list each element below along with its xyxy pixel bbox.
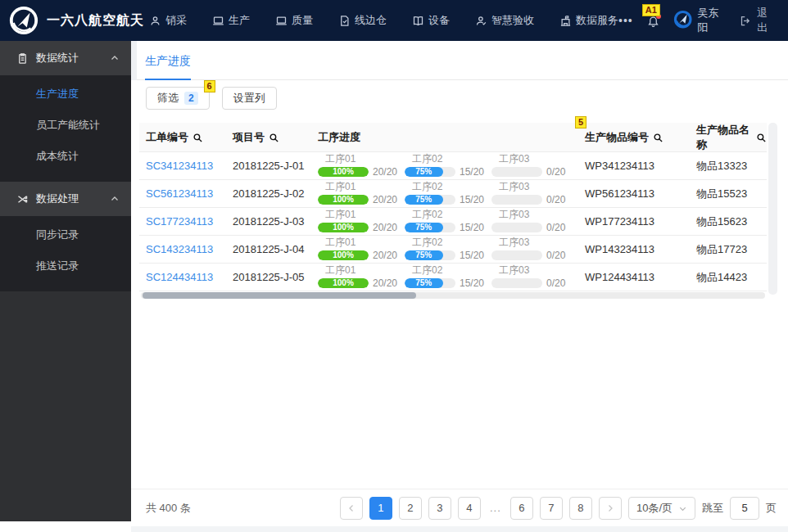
chevron-up-icon [110,194,120,204]
project-no: 20181225-J-05 [226,271,311,283]
search-icon[interactable] [653,133,663,143]
project-no: 20181225-J-03 [226,215,311,228]
process-step: 工序01 100%20/20 [318,237,405,261]
menu-item-production[interactable]: 生产 [212,13,250,28]
header-item-no: 5 生产物品编号 [578,130,690,145]
progress-fraction: 15/20 [460,194,484,205]
notification-bell[interactable]: A1 [647,15,659,27]
column-settings-button[interactable]: 设置列 [222,87,277,110]
process-step-label: 工序02 [412,182,491,192]
progress-percent: 75% [415,278,432,288]
horizontal-scrollbar-thumb[interactable] [143,292,416,299]
sidebar-submenu: 生产进度 员工产能统计 成本统计 [0,75,131,182]
progress-bar [491,223,542,232]
order-link[interactable]: SC341234113 [146,160,213,172]
process-step-label: 工序03 [499,182,578,192]
search-icon[interactable] [192,133,203,143]
sidebar-item-push-records[interactable]: 推送记录 [0,250,131,282]
header-order-no: 工单编号 [139,130,226,145]
tab-production-progress[interactable]: 生产进度 [145,41,191,80]
order-link[interactable]: SC143234113 [146,243,213,255]
page-button-2[interactable]: 2 [399,497,422,520]
sidebar-item-production-progress[interactable]: 生产进度 [0,79,131,110]
filter-button[interactable]: 筛选 2 [146,87,210,110]
progress-bar: 100% [318,223,369,232]
item-no: WP561234113 [578,187,690,200]
project-no: 20181225-J-01 [226,160,311,172]
filter-count-badge: 2 [184,92,198,105]
bottom-strip [131,526,788,532]
chevron-down-icon [678,503,687,512]
laptop-icon [212,15,224,27]
sidebar-group-data-statistics[interactable]: 数据统计 [0,41,131,75]
process-step: 工序03 0/20 [491,265,578,289]
progress-bar: 100% [318,250,369,260]
page-button-4[interactable]: 4 [458,497,481,520]
menu-item-data-service[interactable]: 数据服务 [559,13,618,28]
prev-page-button[interactable] [340,497,363,520]
jump-page-input[interactable] [730,497,759,520]
app-root: 一六八航空航天 销采 生产 质量 线边仓 设备 [0,0,788,532]
progress-fraction: 0/20 [546,222,565,233]
progress-bar: 75% [405,223,455,232]
vertical-scrollbar[interactable] [768,123,777,295]
process-step: 工序01 100%20/20 [318,182,405,205]
order-link[interactable]: SC561234113 [146,187,213,200]
sidebar-item-sync-records[interactable]: 同步记录 [0,219,131,250]
jump-suffix: 页 [766,501,777,516]
process-progress-cell: 工序01 100%20/20 工序02 75%15/20 工序03 0/20 [311,237,578,261]
progress-bar: 100% [318,195,369,205]
process-step-label: 工序01 [325,210,405,220]
search-icon[interactable] [269,133,279,143]
menu-label: 销采 [165,13,187,28]
more-menu-icon[interactable]: ••• [618,14,633,27]
item-no: WP143234113 [578,243,690,255]
logout-button[interactable]: 退出 [740,6,775,35]
header-label: 项目号 [233,130,265,145]
menu-item-line-warehouse[interactable]: 线边仓 [338,13,387,28]
item-no: WP177234113 [578,215,690,228]
progress-fraction: 0/20 [546,166,565,178]
page-button-6[interactable]: 6 [510,497,533,520]
process-progress-cell: 工序01 100%20/20 工序02 75%15/20 工序03 0/20 [311,210,578,233]
header-process-progress: 工序进度 [311,130,578,145]
jump-label: 跳至 [702,501,723,516]
process-step-label: 工序03 [499,210,578,220]
page-button-8[interactable]: 8 [569,497,592,520]
menu-item-sales[interactable]: 销采 [149,13,187,28]
process-step: 工序03 0/20 [491,182,578,205]
menu-label: 生产 [229,13,250,28]
menu-label: 数据服务 [576,13,618,28]
search-icon[interactable] [756,133,767,143]
progress-bar: 100% [318,167,369,177]
progress-fraction: 20/20 [373,222,397,233]
item-name: 物品17723 [690,242,767,257]
order-link[interactable]: SC124434113 [146,271,213,283]
page-button-7[interactable]: 7 [540,497,563,520]
progress-percent: 100% [333,250,354,260]
table-row: SC124434113 20181225-J-05 工序01 100%20/20… [139,264,767,291]
sidebar-item-employee-capacity[interactable]: 员工产能统计 [0,110,131,141]
page-button-1[interactable]: 1 [369,497,392,520]
process-step-label: 工序01 [325,154,405,165]
menu-item-equipment[interactable]: 设备 [412,13,450,28]
brand-logo-icon [8,5,39,36]
page-ellipsis[interactable]: ... [487,497,504,520]
user-menu[interactable]: 吴东阳 [673,6,727,35]
laptop-icon [275,15,288,27]
progress-percent: 100% [333,278,354,288]
process-step-label: 工序02 [412,210,491,220]
brand-name: 一六八航空航天 [47,12,144,29]
menu-item-quality[interactable]: 质量 [275,13,313,28]
horizontal-scrollbar-track[interactable] [141,292,765,299]
next-page-button[interactable] [599,497,622,520]
sidebar-group-data-processing[interactable]: 数据处理 [0,182,131,216]
brand: 一六八航空航天 [0,5,149,36]
sidebar-item-cost-statistics[interactable]: 成本统计 [0,141,131,172]
page-size-select[interactable]: 10条/页 [628,497,695,520]
order-link[interactable]: SC177234113 [146,215,213,228]
menu-label: 线边仓 [355,13,387,28]
page-button-3[interactable]: 3 [428,497,451,520]
menu-item-smart-acceptance[interactable]: 智慧验收 [475,13,534,28]
filter-label: 筛选 [157,91,179,106]
